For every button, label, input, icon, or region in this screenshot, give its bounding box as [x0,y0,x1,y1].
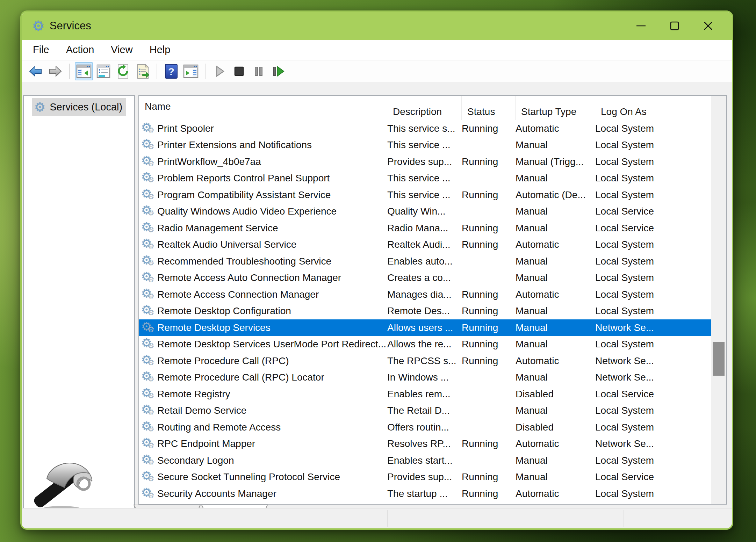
service-log-on-as: Local System [595,139,679,151]
column-header-description[interactable]: Description [387,96,462,120]
table-row[interactable]: ⚙⚙ Print Spooler This service s... Runni… [139,120,711,137]
service-gear-icon: ⚙⚙ [141,137,157,153]
service-name: RPC Endpoint Mapper [157,438,255,449]
column-header-status[interactable]: Status [462,96,516,120]
service-startup-type: Manual [516,223,595,234]
menu-help[interactable]: Help [141,44,179,56]
status-bar-divider [387,510,388,527]
service-log-on-as: Local System [595,156,679,167]
service-description: This service ... [387,139,462,151]
menubar: File Action View Help [22,40,732,60]
table-row[interactable]: ⚙⚙ Remote Desktop Services Allows users … [139,319,711,336]
table-row[interactable]: ⚙⚙ Quality Windows Audio Video Experienc… [139,203,711,220]
service-rows: ⚙⚙ Print Spooler This service s... Runni… [139,120,711,504]
table-row[interactable]: ⚙⚙ Realtek Audio Universal Service Realt… [139,237,711,253]
service-gear-icon: ⚙⚙ [141,254,157,269]
vertical-scrollbar[interactable] [711,96,726,504]
table-row[interactable]: ⚙⚙ Remote Registry Enables rem... Disabl… [139,386,711,403]
service-startup-type: Disabled [516,422,595,433]
column-header-startup-type[interactable]: Startup Type [516,96,595,120]
table-row[interactable]: ⚙⚙ Printer Extensions and Notifications … [139,137,711,154]
table-row[interactable]: ⚙⚙ PrintWorkflow_4b0e7aa Provides sup...… [139,153,711,170]
menu-action[interactable]: Action [58,44,103,56]
service-startup-type: Automatic [516,355,595,367]
services-gear-icon: ⚙ [32,19,45,33]
export-list-icon[interactable] [134,62,152,80]
maximize-button[interactable] [658,12,691,40]
service-name: Radio Management Service [157,223,278,234]
table-row[interactable]: ⚙⚙ Remote Desktop Configuration Remote D… [139,303,711,320]
service-description: This service ... [387,189,462,201]
refresh-icon[interactable] [114,62,132,80]
service-gear-icon: ⚙⚙ [141,171,157,186]
table-row[interactable]: ⚙⚙ RPC Endpoint Mapper Resolves RP... Ru… [139,436,711,453]
table-row[interactable]: ⚙⚙ Remote Procedure Call (RPC) Locator I… [139,369,711,386]
table-row[interactable]: ⚙⚙ Secure Socket Tunneling Protocol Serv… [139,469,711,486]
service-name: Print Spooler [157,123,214,134]
menu-file[interactable]: File [24,44,58,56]
scrollbar-thumb[interactable] [713,342,725,376]
table-row[interactable]: ⚙⚙ Problem Reports Control Panel Support… [139,170,711,187]
restart-service-icon[interactable] [269,62,287,80]
table-row[interactable]: ⚙⚙ Program Compatibility Assistant Servi… [139,187,711,203]
menu-view[interactable]: View [102,44,141,56]
service-status: Running [462,123,516,134]
service-name-cell: ⚙⚙ Retail Demo Service [139,403,387,418]
service-name-cell: ⚙⚙ Program Compatibility Assistant Servi… [139,187,387,203]
toolbar-separator [157,64,157,79]
service-name: Remote Registry [157,389,230,400]
table-row[interactable]: ⚙⚙ Radio Management Service Radio Mana..… [139,220,711,237]
service-description: In Windows ... [387,372,462,383]
svg-text:?: ? [168,66,174,77]
service-name-cell: ⚙⚙ Remote Access Auto Connection Manager [139,270,387,286]
titlebar[interactable]: ⚙ Services [22,12,732,40]
table-row[interactable]: ⚙⚙ Security Accounts Manager The startup… [139,485,711,502]
table-row[interactable]: ⚙⚙ [139,502,711,504]
table-row[interactable]: ⚙⚙ Routing and Remote Access Offers rout… [139,419,711,436]
show-action-pane-icon[interactable] [182,62,200,80]
stop-service-icon[interactable] [230,62,248,80]
help-icon[interactable]: ? [162,62,180,80]
column-header-log-on-as[interactable]: Log On As [595,96,679,120]
close-button[interactable] [691,12,725,40]
service-status: Running [462,438,516,449]
service-log-on-as: Local System [595,173,679,184]
minimize-button[interactable] [624,12,658,40]
service-name: Printer Extensions and Notifications [157,139,312,151]
service-gear-icon: ⚙⚙ [141,121,157,136]
show-console-tree-icon[interactable] [75,62,93,80]
table-row[interactable]: ⚙⚙ Remote Access Auto Connection Manager… [139,270,711,287]
service-description: Allows the re... [387,339,462,350]
service-name-cell: ⚙⚙ Radio Management Service [139,221,387,236]
service-status: Running [462,239,516,250]
service-gear-icon: ⚙⚙ [141,420,157,435]
properties-icon[interactable] [94,62,113,80]
forward-icon[interactable] [46,62,64,80]
service-startup-type: Manual [516,471,595,483]
table-row[interactable]: ⚙⚙ Remote Desktop Services UserMode Port… [139,336,711,353]
service-name: Quality Windows Audio Video Experience [157,206,337,217]
service-name-cell: ⚙⚙ Routing and Remote Access [139,420,387,435]
column-header-name[interactable]: Name [139,96,387,120]
service-startup-type: Automatic [516,289,595,300]
service-startup-type: Manual [516,455,595,466]
service-gear-icon: ⚙⚙ [141,187,157,203]
table-row[interactable]: ⚙⚙ Retail Demo Service The Retail D... M… [139,403,711,419]
tree-item-services-local[interactable]: ⚙ Services (Local) [32,98,126,116]
pause-service-icon[interactable] [250,62,268,80]
service-gear-icon: ⚙⚙ [141,154,157,169]
table-row[interactable]: ⚙⚙ Secondary Logon Enables start... Manu… [139,452,711,469]
service-name-cell: ⚙⚙ Quality Windows Audio Video Experienc… [139,204,387,219]
service-description: Provides sup... [387,156,462,167]
table-row[interactable]: ⚙⚙ Recommended Troubleshooting Service E… [139,253,711,270]
table-row[interactable]: ⚙⚙ Remote Procedure Call (RPC) The RPCSS… [139,353,711,369]
back-icon[interactable] [27,62,45,80]
service-name-cell: ⚙⚙ Remote Registry [139,386,387,402]
table-row[interactable]: ⚙⚙ Remote Access Connection Manager Mana… [139,286,711,303]
service-status: Running [462,471,516,483]
service-gear-icon: ⚙⚙ [141,453,157,468]
status-bar-divider [532,510,532,527]
service-description: Manages dia... [387,289,462,300]
start-service-icon[interactable] [210,62,229,80]
service-description: Radio Mana... [387,223,462,234]
